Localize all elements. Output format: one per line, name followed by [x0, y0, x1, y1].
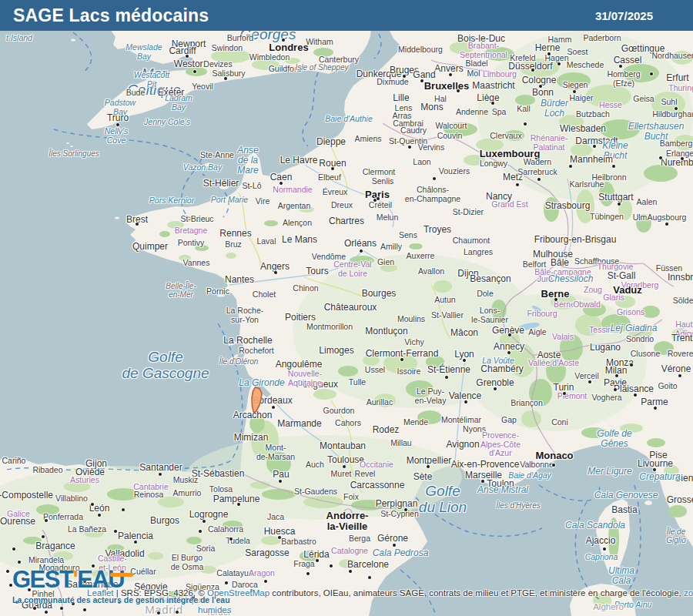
- page: t IslandGeorgesMer CeltiqueMewslade BayN…: [0, 0, 693, 616]
- map-attribution-line2: humides: [198, 605, 231, 614]
- gesteau-logo-text: GEST'EAU: [12, 567, 230, 591]
- map-viewport[interactable]: t IslandGeorgesMer CeltiqueMewslade BayN…: [0, 0, 693, 616]
- header-date: 31/07/2025: [595, 9, 653, 22]
- gesteau-tagline: La communauté des acteurs de gestion int…: [12, 596, 230, 604]
- header-bar: SAGE Lacs médocains 31/07/2025: [0, 0, 693, 31]
- map-canvas: [0, 0, 693, 616]
- page-title: SAGE Lacs médocains: [13, 5, 209, 26]
- logo-orange-dash: [110, 573, 133, 577]
- zones-humides-link[interactable]: zones: [684, 588, 693, 598]
- zones-humides-link-2[interactable]: humides: [198, 605, 231, 614]
- gesteau-logo[interactable]: GEST'EAU La communauté des acteurs de ge…: [12, 567, 230, 604]
